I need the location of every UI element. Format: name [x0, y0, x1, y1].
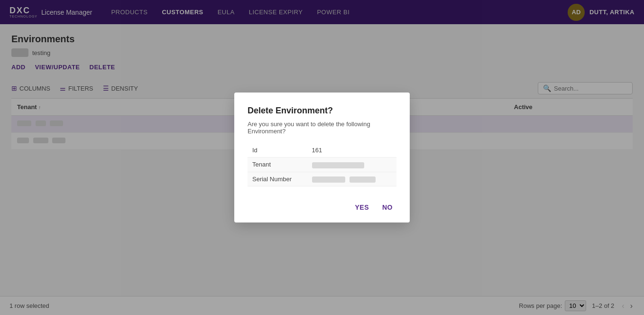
modal-subtitle: Are you sure you want to delete the foll…	[248, 120, 396, 135]
modal-title: Delete Environment?	[248, 106, 396, 116]
modal-overlay: Delete Environment? Are you sure you wan…	[0, 0, 644, 315]
modal-id-row: Id 161	[248, 143, 396, 158]
modal-id-label: Id	[248, 143, 307, 158]
modal-tenant-value	[307, 158, 396, 172]
modal-serial-row: Serial Number	[248, 172, 396, 186]
modal-id-value: 161	[307, 143, 396, 158]
modal-tenant-row: Tenant	[248, 158, 396, 172]
modal-yes-button[interactable]: YES	[351, 202, 373, 213]
modal-tenant-label: Tenant	[248, 158, 307, 172]
modal-detail-table: Id 161 Tenant Serial Number	[248, 143, 396, 186]
modal-actions: YES NO	[248, 198, 396, 213]
modal-no-button[interactable]: NO	[378, 202, 396, 213]
delete-modal: Delete Environment? Are you sure you wan…	[234, 93, 410, 222]
modal-serial-label: Serial Number	[248, 172, 307, 186]
modal-serial-value	[307, 172, 396, 186]
